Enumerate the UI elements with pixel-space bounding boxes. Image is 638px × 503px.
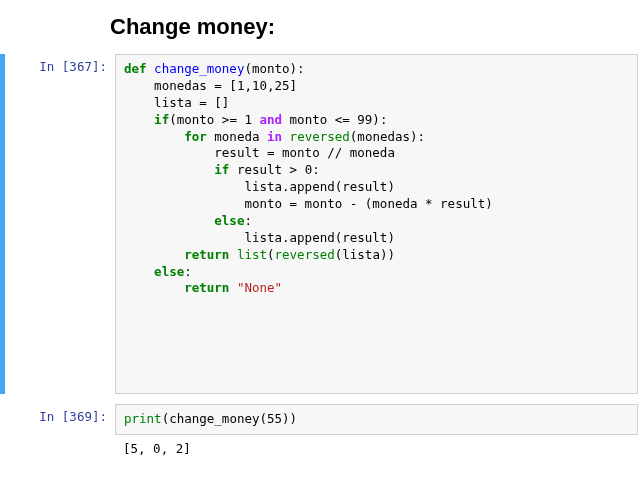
keyword-if: if xyxy=(154,112,169,127)
code-text: (monto >= 1 xyxy=(169,112,259,127)
code-text: : xyxy=(184,264,192,279)
output-cell: [5, 0, 2] xyxy=(0,435,638,464)
keyword-else: else xyxy=(214,213,244,228)
code-text: lista = [] xyxy=(124,95,229,110)
builtin-list: list xyxy=(237,247,267,262)
keyword-and: and xyxy=(259,112,282,127)
string-literal: "None" xyxy=(237,280,282,295)
keyword-in: in xyxy=(267,129,282,144)
function-name: change_money xyxy=(154,61,244,76)
code-text: (monedas): xyxy=(350,129,425,144)
code-text: (55)) xyxy=(259,411,297,426)
code-editor[interactable]: print(change_money(55)) xyxy=(115,404,638,435)
builtin-print: print xyxy=(124,411,162,426)
code-text: monto <= 99): xyxy=(282,112,387,127)
code-editor[interactable]: def change_money(monto): monedas = [1,10… xyxy=(115,54,638,394)
code-text: result = monto // moneda xyxy=(124,145,395,160)
code-text xyxy=(282,129,290,144)
function-call: change_money xyxy=(169,411,259,426)
code-text: moneda xyxy=(207,129,267,144)
keyword-else: else xyxy=(154,264,184,279)
code-text: (lista)) xyxy=(335,247,395,262)
section-heading: Change money: xyxy=(0,8,638,40)
input-prompt: In [367]: xyxy=(5,54,115,394)
code-text: monto = monto - (moneda * result) xyxy=(124,196,493,211)
keyword-return: return xyxy=(184,247,229,262)
code-text: (monto): xyxy=(244,61,304,76)
builtin-reversed: reversed xyxy=(290,129,350,144)
code-text: lista.append(result) xyxy=(124,179,395,194)
code-cell-2: In [369]: print(change_money(55)) xyxy=(0,404,638,435)
code-text xyxy=(229,247,237,262)
code-cell-1: In [367]: def change_money(monto): moned… xyxy=(0,54,638,394)
keyword-if: if xyxy=(214,162,229,177)
keyword-def: def xyxy=(124,61,147,76)
builtin-reversed: reversed xyxy=(275,247,335,262)
output-text: [5, 0, 2] xyxy=(115,435,638,464)
code-text: monedas = [1,10,25] xyxy=(124,78,297,93)
keyword-return: return xyxy=(184,280,229,295)
code-text: result > 0: xyxy=(229,162,319,177)
keyword-for: for xyxy=(184,129,207,144)
code-text xyxy=(229,280,237,295)
code-text: lista.append(result) xyxy=(124,230,395,245)
code-text: : xyxy=(244,213,252,228)
input-prompt: In [369]: xyxy=(5,404,115,435)
output-prompt xyxy=(5,435,115,464)
code-text: ( xyxy=(267,247,275,262)
